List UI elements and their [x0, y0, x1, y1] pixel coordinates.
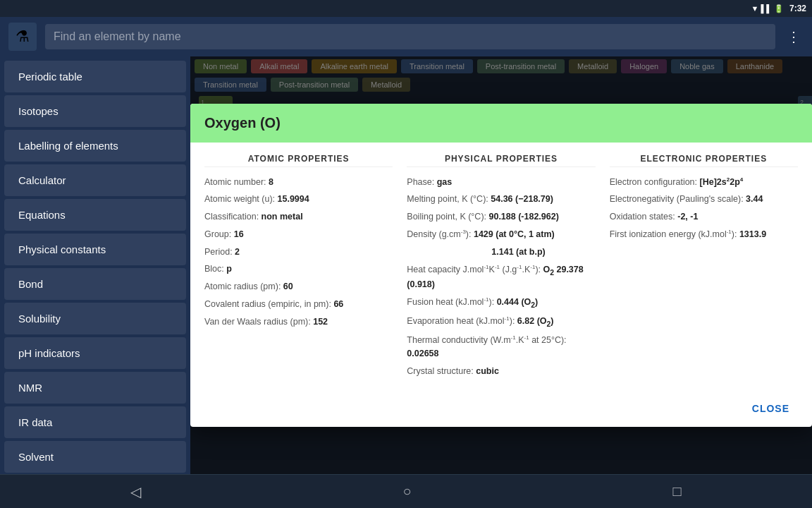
- prop-boiling: Boiling point, K (°C): 90.188 (-182.962): [407, 210, 595, 224]
- prop-vdw-radius: Van der Waals radius (pm): 152: [204, 315, 393, 329]
- sidebar-item-isotopes[interactable]: Isotopes: [4, 95, 186, 127]
- sidebar-item-nmr[interactable]: NMR: [4, 372, 186, 404]
- prop-melting: Melting point, K (°C): 54.36 (−218.79): [407, 193, 595, 206]
- prop-electron-config: Electron configuration: [He]2s22p4: [610, 176, 798, 189]
- prop-atomic-radius: Atomic radius (pm): 60: [204, 280, 393, 294]
- prop-electronegativity: Electronegativity (Pauling's scale): 3.4…: [610, 193, 798, 206]
- bottom-nav: ◁ ○ □: [0, 474, 812, 508]
- atomic-properties-col: ATOMIC PROPERTIES Atomic number: 8 Atomi…: [204, 154, 393, 382]
- close-button[interactable]: CLOSE: [744, 399, 798, 418]
- physical-title: PHYSICAL PROPERTIES: [407, 154, 595, 167]
- sidebar-item-bond[interactable]: Bond: [4, 268, 186, 300]
- battery-icon: 🔋: [774, 4, 784, 13]
- app-logo: ⚗: [8, 23, 37, 51]
- prop-thermal: Thermal conductivity (W.m-1.K-1 at 25°C)…: [407, 334, 595, 361]
- prop-density: Density (g.cm-3): 1429 (at 0°C, 1 atm): [407, 228, 595, 241]
- electronic-title: ELECTRONIC PROPERTIES: [610, 154, 798, 167]
- prop-atomic-weight: Atomic weight (u): 15.9994: [204, 193, 393, 206]
- wifi-icon: ▼: [751, 4, 758, 13]
- sidebar-item-calculator[interactable]: Calculator: [4, 164, 186, 196]
- prop-evaporation: Evaporation heat (kJ.mol-1): 6.82 (O2): [407, 315, 595, 329]
- periodic-table-area: Non metal Alkali metal Alkaline earth me…: [190, 56, 812, 474]
- sidebar-item-ph[interactable]: pH indicators: [4, 337, 186, 369]
- sidebar-item-equations[interactable]: Equations: [4, 199, 186, 231]
- sidebar-item-solubility[interactable]: Solubility: [4, 303, 186, 334]
- prop-bloc: Bloc: p: [204, 262, 393, 276]
- signal-icon: ▌▌: [761, 4, 772, 13]
- modal-overlay: Oxygen (O) ATOMIC PROPERTIES Atomic numb…: [190, 56, 812, 474]
- modal-footer: CLOSE: [190, 393, 812, 427]
- prop-period: Period: 2: [204, 246, 393, 259]
- sidebar: Periodic table Isotopes Labelling of ele…: [0, 56, 190, 474]
- status-bar: ▼ ▌▌ 🔋 7:32: [0, 0, 812, 17]
- prop-fusion-heat: Fusion heat (kJ.mol-1): 0.444 (O2): [407, 295, 595, 310]
- prop-atomic-number: Atomic number: 8: [204, 176, 393, 189]
- prop-covalent-radius: Covalent radius (empiric, in pm): 66: [204, 298, 393, 311]
- sidebar-item-solvent[interactable]: Solvent: [4, 441, 186, 473]
- sidebar-item-periodic[interactable]: Periodic table: [4, 61, 186, 92]
- modal-header: Oxygen (O): [190, 104, 812, 143]
- sidebar-item-labelling[interactable]: Labelling of elements: [4, 130, 186, 162]
- main-layout: Periodic table Isotopes Labelling of ele…: [0, 56, 812, 474]
- back-button[interactable]: ◁: [116, 478, 155, 506]
- prop-density-bp: 1.141 (at b.p): [407, 246, 595, 259]
- recent-button[interactable]: □: [658, 478, 695, 505]
- status-time: 7:32: [789, 4, 806, 13]
- prop-heat-capacity: Heat capacity J.mol-1K-1 (J.g-1.K-1): O2…: [407, 262, 595, 291]
- sidebar-item-ir[interactable]: IR data: [4, 406, 186, 438]
- prop-classification: Classification: non metal: [204, 210, 393, 224]
- atomic-title: ATOMIC PROPERTIES: [204, 154, 393, 167]
- element-detail-modal: Oxygen (O) ATOMIC PROPERTIES Atomic numb…: [190, 104, 812, 428]
- sidebar-item-physical[interactable]: Physical constants: [4, 234, 186, 265]
- prop-group: Group: 16: [204, 228, 393, 241]
- modal-title: Oxygen (O): [204, 115, 798, 131]
- menu-button[interactable]: ⋮: [784, 25, 804, 48]
- status-icons: ▼ ▌▌ 🔋: [751, 4, 783, 13]
- physical-properties-col: PHYSICAL PROPERTIES Phase: gas Melting p…: [407, 154, 595, 382]
- prop-phase: Phase: gas: [407, 176, 595, 189]
- modal-body: ATOMIC PROPERTIES Atomic number: 8 Atomi…: [190, 143, 812, 394]
- search-input[interactable]: [54, 30, 767, 43]
- home-button[interactable]: ○: [388, 478, 425, 505]
- electronic-properties-col: ELECTRONIC PROPERTIES Electron configura…: [610, 154, 798, 382]
- app-bar: ⚗ ⋮: [0, 17, 812, 56]
- prop-oxidation: Oxidation states: -2, -1: [610, 210, 798, 224]
- search-bar[interactable]: [45, 24, 775, 49]
- prop-ionization: First ionization energy (kJ.mol-1): 1313…: [610, 228, 798, 241]
- prop-crystal: Crystal structure: cubic: [407, 365, 595, 378]
